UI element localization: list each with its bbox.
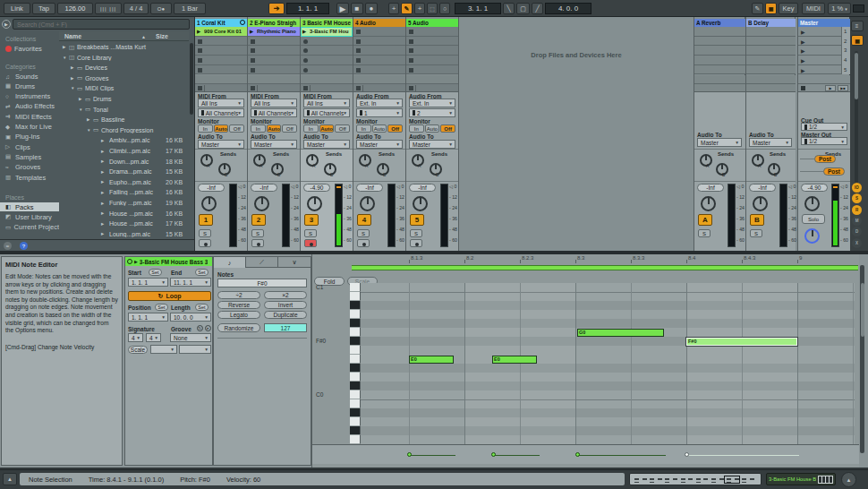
pan-knob[interactable] — [701, 196, 716, 211]
loop-start-display[interactable]: 3. 1. 1 — [455, 3, 501, 14]
scene-slot[interactable]: ▶4 — [798, 56, 850, 65]
tempo-field[interactable]: 126.00 — [57, 3, 93, 14]
input-channel-select[interactable]: All Channels — [303, 108, 350, 117]
loop-length-display[interactable]: 4. 0. 0 — [545, 3, 591, 14]
piano-white-key[interactable] — [350, 435, 361, 444]
current-clip-box[interactable]: 3-Basic FM House Bass — [766, 473, 836, 485]
clip-stop-all-slot[interactable] — [353, 84, 405, 93]
tree-arrow-icon[interactable]: ▶ — [87, 117, 93, 122]
return-track-header[interactable]: A Reverb — [694, 19, 745, 27]
clip-slot[interactable] — [248, 56, 300, 65]
sidebar-item-drums[interactable]: ▦Drums — [0, 82, 59, 90]
clip-slot[interactable] — [353, 27, 405, 37]
monitor-in-button[interactable]: In — [409, 124, 424, 133]
track-header[interactable]: 4 Audio — [353, 19, 405, 27]
start-set-button[interactable]: Set — [149, 269, 162, 276]
tree-arrow-icon[interactable]: ▼ — [71, 86, 77, 90]
preview-cue-knob[interactable] — [804, 228, 820, 244]
preview-icon[interactable]: ≈ — [4, 242, 12, 250]
sidebar-item-audio-effects[interactable]: ⇄Audio Effects — [0, 102, 59, 111]
volume-field[interactable]: -4.90 — [303, 184, 330, 192]
cpu-meter[interactable]: 1 %▾ — [828, 3, 851, 14]
scene-launch-icon[interactable]: ▶ — [801, 39, 805, 45]
punch-out-button[interactable]: ╱ — [532, 3, 543, 14]
tree-arrow-icon[interactable]: ▼ — [79, 107, 85, 112]
mixer-section-toggle-r[interactable]: R — [852, 205, 862, 215]
clip-slot[interactable] — [406, 27, 458, 37]
pan-knob[interactable] — [804, 196, 820, 211]
monitor-in-button[interactable]: In — [356, 124, 371, 133]
scene-slot[interactable]: ▶2 — [798, 37, 850, 47]
velocity-marker[interactable] — [407, 452, 412, 457]
sidebar-item-instruments[interactable]: ○Instruments — [0, 92, 59, 101]
clip-slot[interactable] — [406, 56, 458, 65]
sort-arrow-icon[interactable]: ▲ — [141, 34, 146, 39]
scene-launch-icon[interactable]: ▶ — [801, 67, 805, 73]
monitor-off-button[interactable]: Off — [387, 124, 403, 133]
clip-slot[interactable]: ▶Rhythmic Piano — [248, 27, 300, 37]
input-channel-select[interactable]: 1 — [356, 108, 403, 117]
monitor-auto-button[interactable]: Auto — [267, 124, 282, 133]
return-activator-button[interactable]: B — [750, 214, 764, 226]
piano-black-key[interactable] — [350, 382, 361, 390]
sidebar-item-sounds[interactable]: ♫Sounds — [0, 72, 59, 81]
stop-all-clips-row[interactable]: ▶▶■ — [798, 84, 850, 93]
help-icon[interactable]: ? — [20, 242, 28, 250]
velocity-marker-selected[interactable] — [685, 452, 689, 457]
piano-white-key[interactable] — [350, 283, 361, 292]
tree-arrow-icon[interactable]: ▶ — [71, 76, 77, 81]
solo-button[interactable]: S — [304, 229, 317, 237]
piano-white-key[interactable] — [350, 373, 361, 382]
end-set-button[interactable]: Set — [195, 269, 208, 276]
tab-envelopes[interactable]: ⟋ — [246, 257, 278, 268]
monitor-in-button[interactable]: In — [198, 124, 213, 133]
output-select[interactable]: Master — [251, 140, 297, 149]
clip-slot[interactable]: ▶909 Core Kit 01 — [195, 27, 247, 37]
solo-button[interactable]: S — [750, 229, 762, 237]
invert-button[interactable]: Invert — [264, 301, 307, 309]
piano-white-key[interactable] — [350, 399, 361, 408]
stop-button[interactable]: ■ — [351, 3, 363, 14]
clip-slot[interactable] — [353, 37, 405, 47]
output-select[interactable]: Master — [749, 138, 792, 147]
stop-all-clips-icon[interactable] — [801, 86, 805, 90]
piano-black-key[interactable] — [350, 408, 361, 417]
midi-note[interactable]: E0 — [409, 356, 454, 364]
file-list-scrollbar-thumb[interactable] — [190, 43, 193, 115]
file-row[interactable]: ▸Down...pm.alc18 KB — [59, 157, 189, 167]
clip-slot[interactable] — [301, 65, 353, 75]
monitor-off-button[interactable]: Off — [282, 124, 297, 133]
tree-arrow-icon[interactable]: ▼ — [63, 56, 69, 60]
solo-button[interactable]: S — [251, 229, 264, 237]
clip-activator-icon[interactable] — [127, 259, 132, 264]
groove-amount-button[interactable]: O● — [150, 3, 172, 14]
position-set-button[interactable]: Set — [155, 304, 168, 311]
name-column-header[interactable]: Name — [64, 33, 81, 39]
scene-launch-icon[interactable]: ▶ — [801, 57, 805, 64]
clip-length-field[interactable]: 10. 0. 0 — [170, 313, 211, 322]
arm-button[interactable] — [410, 239, 422, 247]
cue-out-select[interactable]: 1/2 — [801, 123, 847, 131]
key-map-button[interactable]: Key — [779, 3, 798, 14]
length-set-button[interactable]: Set — [195, 304, 208, 311]
input-type-select[interactable]: Ext. In — [409, 99, 455, 107]
clip-slot[interactable] — [301, 37, 353, 47]
clip-stop-all-slot[interactable] — [195, 84, 247, 93]
pan-knob[interactable] — [254, 196, 269, 211]
draw-mode-button[interactable]: ✎ — [401, 3, 413, 14]
session-scrollbar-thumb[interactable] — [855, 53, 858, 99]
volume-field[interactable]: -Inf — [749, 184, 776, 192]
track-menu-icon[interactable] — [240, 20, 245, 25]
groove-hotswap-icon[interactable]: ↻ — [197, 325, 203, 331]
overview-view-rect[interactable] — [724, 476, 740, 484]
file-row[interactable]: ▸Eupho...pm.alc20 KB — [59, 177, 189, 187]
volume-field[interactable]: -Inf — [409, 184, 436, 192]
session-record-button[interactable]: ○ — [439, 3, 450, 14]
mixer-section-toggle-io[interactable]: IO — [852, 183, 862, 193]
arm-button[interactable] — [251, 239, 264, 247]
clip-slot[interactable] — [195, 65, 247, 75]
velocity-marker[interactable] — [491, 452, 496, 457]
clip-end-field[interactable]: 11. 1. 1 — [170, 278, 211, 287]
sidebar-item-grooves[interactable]: ≈Grooves — [0, 163, 59, 172]
show-hide-info-button[interactable]: ▲ — [3, 473, 17, 485]
